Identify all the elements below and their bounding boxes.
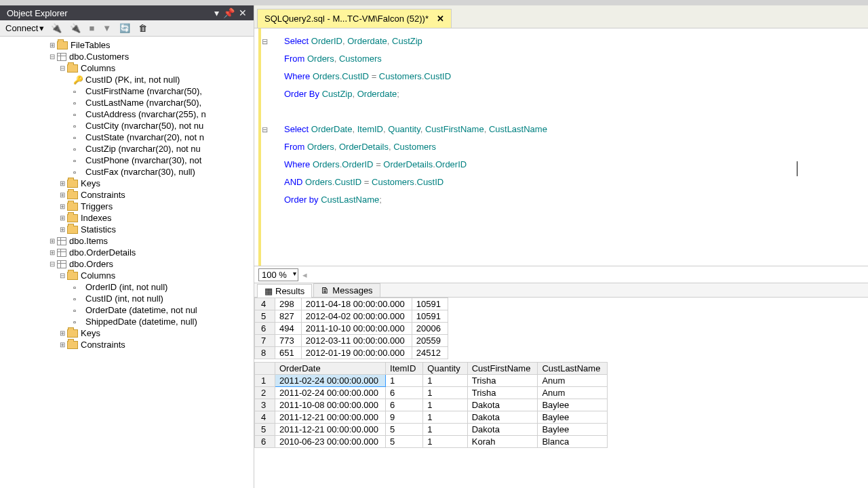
collapse-icon[interactable]: ⊟ [260,33,269,50]
grid-cell[interactable]: Blanca [538,436,608,448]
results-grid-2[interactable]: OrderDateItemIDQuantityCustFirstNameCust… [254,362,608,448]
grid-cell[interactable]: 1 [386,375,423,387]
grid-cell[interactable]: Baylee [538,399,608,411]
grid-cell[interactable]: 5 [386,424,423,436]
tree-column[interactable]: ▫CustFax (nvarchar(30), null) [0,166,254,178]
results-pane[interactable]: 42982011-04-18 00:00:00.0001059158272012… [254,298,868,488]
grid-header[interactable]: ItemID [386,363,423,375]
dropdown-icon[interactable]: ▾ [214,7,219,18]
grid-header[interactable]: Quantity [423,363,467,375]
grid-cell[interactable]: 2010-06-23 00:00:00.000 [275,436,386,448]
tree-column[interactable]: ▫CustLastName (nvarchar(50), [0,97,254,108]
grid-cell[interactable]: 1 [423,424,467,436]
grid-cell[interactable]: Baylee [538,424,608,436]
pin-icon[interactable]: 📌 [223,7,235,18]
grid-cell[interactable]: Dakota [467,424,538,436]
grid-header[interactable]: OrderDate [275,363,386,375]
grid-cell[interactable]: Anum [538,375,608,387]
grid-header[interactable] [255,363,275,375]
grid-cell[interactable]: 2011-02-24 00:00:00.000 [275,375,386,387]
stop-icon[interactable]: ■ [89,23,94,33]
tab-messages[interactable]: 🗎Messages [313,283,380,297]
grid-cell[interactable]: Dakota [467,411,538,424]
grid-cell[interactable]: 9 [386,411,423,424]
tree-node-customers[interactable]: ⊟dbo.Customers [0,51,254,62]
grid-cell[interactable]: 6 [255,323,275,335]
grid-cell[interactable]: 1 [423,387,467,399]
tree-column[interactable]: ▫CustZip (nvarchar(20), not nu [0,143,254,155]
tree-node-orderdetails[interactable]: ⊞dbo.OrderDetails [0,247,254,258]
grid-cell[interactable]: 827 [275,310,302,323]
grid-cell[interactable]: 2012-04-02 00:00:00.000 [301,310,412,323]
connect-button[interactable]: Connect▾ [5,23,44,33]
grid-cell[interactable]: 7 [255,335,275,347]
tree-node-orders-constraints[interactable]: ⊞Constraints [0,339,254,350]
grid-cell[interactable]: Korah [467,436,538,448]
grid-cell[interactable]: 2011-12-21 00:00:00.000 [275,411,386,424]
collapse-icon[interactable]: ⊟ [260,121,269,138]
grid-cell[interactable]: 2012-01-19 00:00:00.000 [301,347,412,359]
grid-cell[interactable]: 24512 [412,347,448,359]
grid-cell[interactable]: 6 [386,387,423,399]
grid-cell[interactable]: 1 [423,436,467,448]
tree-column[interactable]: ▫CustCity (nvarchar(50), not nu [0,120,254,131]
grid-header[interactable]: CustLastName [538,363,608,375]
grid-cell[interactable]: 5 [255,424,275,436]
grid-cell[interactable]: Anum [538,387,608,399]
tree-column[interactable]: ▫CustState (nvarchar(20), not n [0,131,254,143]
grid-cell[interactable]: 3 [255,399,275,411]
grid-cell[interactable]: 6 [386,399,423,411]
grid-cell[interactable]: 1 [423,375,467,387]
tree-node-keys[interactable]: ⊞Keys [0,178,254,189]
grid-cell[interactable]: 10591 [412,298,448,310]
scroll-left-icon[interactable]: ◂ [302,270,307,280]
filter-icon[interactable]: ▼ [102,23,111,33]
grid-cell[interactable]: 1 [423,411,467,424]
close-icon[interactable]: ✕ [239,7,247,18]
tab-close-icon[interactable]: ✕ [437,14,444,24]
tree-column[interactable]: ▫CustID (int, not null) [0,293,254,304]
tree-node-orders[interactable]: ⊟dbo.Orders [0,258,254,270]
grid-cell[interactable]: 20559 [412,335,448,347]
delete-icon[interactable]: 🗑 [138,23,147,33]
tree-node-filetables[interactable]: ⊞FileTables [0,39,254,51]
grid-cell[interactable]: 4 [255,411,275,424]
zoom-dropdown[interactable]: 100 % [258,268,298,281]
grid-cell[interactable]: 2011-02-24 00:00:00.000 [275,387,386,399]
grid-cell[interactable]: 2 [255,387,275,399]
sql-editor[interactable]: ⊟ Select OrderID, Orderdate, CustZip Fro… [258,28,868,266]
add-connection-icon[interactable]: 🔌 [51,23,62,33]
tree-column[interactable]: ▫CustFirstName (nvarchar(50), [0,85,254,97]
grid-cell[interactable]: 5 [386,436,423,448]
grid-cell[interactable]: Trisha [467,375,538,387]
tree-node-items[interactable]: ⊞dbo.Items [0,235,254,247]
grid-cell[interactable]: 1 [423,399,467,411]
grid-cell[interactable]: 773 [275,335,302,347]
tree-node-orders-columns[interactable]: ⊟Columns [0,270,254,281]
tree-node-constraints[interactable]: ⊞Constraints [0,189,254,201]
grid-cell[interactable]: 2012-03-11 00:00:00.000 [301,335,412,347]
tree-column[interactable]: ▫CustPhone (nvarchar(30), not [0,155,254,166]
tree-node-columns[interactable]: ⊟Columns [0,62,254,74]
grid-cell[interactable]: 4 [255,298,275,310]
tree-node-triggers[interactable]: ⊞Triggers [0,201,254,212]
grid-cell[interactable]: Trisha [467,387,538,399]
grid-cell[interactable]: 2011-10-10 00:00:00.000 [301,323,412,335]
grid-cell[interactable]: Dakota [467,399,538,411]
tree-column[interactable]: 🔑CustID (PK, int, not null) [0,74,254,85]
grid-cell[interactable]: 2011-12-21 00:00:00.000 [275,424,386,436]
tree-column[interactable]: ▫CustAddress (nvarchar(255), n [0,108,254,120]
object-tree[interactable]: ⊞FileTables ⊟dbo.Customers ⊟Columns 🔑Cus… [0,37,254,488]
tab-results[interactable]: ▦Results [257,284,312,298]
grid-header[interactable]: CustFirstName [467,363,538,375]
grid-cell[interactable]: 2011-04-18 00:00:00.000 [301,298,412,310]
grid-cell[interactable]: 2011-10-08 00:00:00.000 [275,399,386,411]
grid-cell[interactable]: 10591 [412,310,448,323]
grid-cell[interactable]: 20006 [412,323,448,335]
grid-cell[interactable]: 1 [255,375,275,387]
disconnect-icon[interactable]: 🔌 [70,23,81,33]
grid-cell[interactable]: 298 [275,298,302,310]
tree-node-indexes[interactable]: ⊞Indexes [0,212,254,224]
results-grid-1[interactable]: 42982011-04-18 00:00:00.0001059158272012… [254,298,448,359]
grid-cell[interactable]: Baylee [538,411,608,424]
